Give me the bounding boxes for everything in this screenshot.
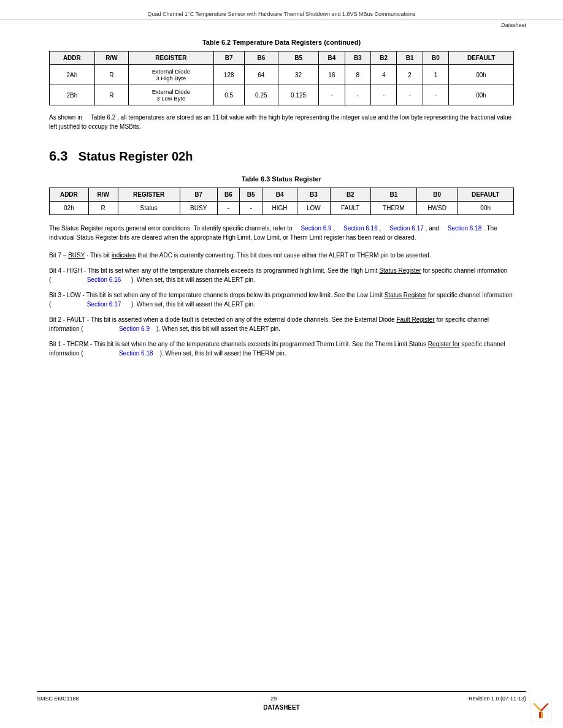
col2-b1: B1 [370,188,416,202]
section617-link-intro[interactable]: Section 6.17 [389,225,424,232]
bit1-register-underline: Register for [428,341,460,347]
as-shown-post: , all temperatures are stored as an 11-b… [49,114,511,130]
cell2-b7: BUSY [180,202,217,215]
section616-link-bit4[interactable]: Section 6.16 [87,276,121,283]
col2-addr: ADDR [50,188,89,202]
section-title: Status Register 02h [79,150,193,164]
footer-content: SMSC EMC1188 29 Revision 1.0 (07-11-13) [37,696,526,702]
logo [530,700,552,722]
status-intro: The Status Register reports general erro… [49,224,514,242]
cell-default: 00h [449,85,514,105]
table-row: 2Bh R External Diode3 Low Byte 0.5 0.25 … [50,85,514,105]
bit7-label: BUSY [68,252,85,259]
cell-b2: - [370,85,396,105]
page: Quad Channel 1°C Temperature Sensor with… [0,0,563,728]
table1-header-row: ADDR R/W REGISTER B7 B6 B5 B4 B3 B2 B1 B… [50,51,514,65]
col2-rw: R/W [88,188,118,202]
cell-b7: 128 [213,65,244,85]
cell2-addr: 02h [50,202,89,215]
cell-b1: - [397,85,423,105]
col-b1: B1 [397,51,423,65]
svg-marker-3 [539,712,541,718]
footer-divider [37,691,526,692]
cell-b3: - [345,85,370,105]
cell-addr: 2Bh [50,85,95,105]
table2-title: Table 6.3 Status Register [49,175,514,183]
table62-link[interactable]: Table 6.2 [91,114,116,121]
bit7-indicates: indicates [112,252,136,259]
cell2-b4: HIGH [262,202,297,215]
status-intro-comma2: , [380,225,381,232]
footer-left: SMSC EMC1188 [37,696,79,702]
col-addr: ADDR [50,51,95,65]
col-register: REGISTER [129,51,214,65]
cell-rw: R [94,85,128,105]
section618-link-bit1[interactable]: Section 6.18 [119,350,153,357]
col2-default: DEFAULT [458,188,514,202]
col-b6: B6 [244,51,278,65]
table1-title: Table 6.2 Temperature Data Registers (co… [49,39,514,46]
cell-default: 00h [449,65,514,85]
col2-b6: B6 [217,188,240,202]
col-b3: B3 [345,51,370,65]
cell2-b5: - [240,202,262,215]
cell-b0: 1 [423,65,448,85]
header-text: Quad Channel 1°C Temperature Sensor with… [148,11,416,17]
table-row: 2Ah R External Diode3 High Byte 128 64 3… [50,65,514,85]
cell-rw: R [94,65,128,85]
col2-register: REGISTER [118,188,180,202]
section616-link-intro[interactable]: Section 6.16 [343,225,378,232]
main-content: Table 6.2 Temperature Data Registers (co… [0,20,563,389]
col2-b0: B0 [416,188,458,202]
cell2-rw: R [88,202,118,215]
cell-addr: 2Ah [50,65,95,85]
cell2-b2: FAULT [330,202,370,215]
logo-icon [530,700,552,722]
section-number: 6.3 [49,148,68,164]
cell-b3: 8 [345,65,370,85]
cell-b0: - [423,85,448,105]
cell-register: External Diode3 High Byte [129,65,214,85]
footer-center: 29 [270,696,277,702]
table2: ADDR R/W REGISTER B7 B6 B5 B4 B3 B2 B1 B… [49,188,514,215]
as-shown-paragraph: As shown in Table 6.2 , all temperatures… [49,113,514,131]
cell-b2: 4 [370,65,396,85]
bit7-description: Bit 7 – BUSY - This bit indicates that t… [49,251,514,260]
status-intro-and: , and [426,225,439,232]
col-b7: B7 [213,51,244,65]
cell-b5: 32 [278,65,319,85]
datasheet-label: Datasheet [501,22,526,28]
as-shown-pre: As shown in [49,114,82,121]
col-rw: R/W [94,51,128,65]
cell-b1: 2 [397,65,423,85]
bit2-fault-underline: Fault Register [396,316,434,323]
cell2-default: 00h [458,202,514,215]
cell-b6: 64 [244,65,278,85]
col-default: DEFAULT [449,51,514,65]
cell2-register: Status [118,202,180,215]
bit2-description: Bit 2 - FAULT - This bit is asserted whe… [49,315,514,333]
col2-b2: B2 [330,188,370,202]
section69-link-bit2[interactable]: Section 6.9 [119,325,150,332]
cell2-b0: HWSD [416,202,458,215]
cell-b4: - [319,85,345,105]
table2-header-row: ADDR R/W REGISTER B7 B6 B5 B4 B3 B2 B1 B… [50,188,514,202]
cell2-b3: LOW [297,202,330,215]
col2-b7: B7 [180,188,217,202]
table-row: 02h R Status BUSY - - HIGH LOW FAULT THE… [50,202,514,215]
col-b5: B5 [278,51,319,65]
cell2-b6: - [217,202,240,215]
footer-bottom: DATASHEET [37,704,526,711]
header-title: Quad Channel 1°C Temperature Sensor with… [0,0,563,20]
section69-link-intro[interactable]: Section 6.9 [301,225,332,232]
section617-link-bit3[interactable]: Section 6.17 [87,301,121,308]
bit1-description: Bit 1 - THERM - This bit is set when the… [49,339,514,358]
col2-b4: B4 [262,188,297,202]
section-header: 6.3 Status Register 02h [49,148,514,164]
col-b0: B0 [423,51,448,65]
footer-right: Revision 1.0 (07-11-13) [469,696,526,702]
bit3-description: Bit 3 - LOW - This bit is set when any o… [49,290,514,309]
cell-b4: 16 [319,65,345,85]
col-b4: B4 [319,51,345,65]
section618-link-intro[interactable]: Section 6.18 [448,225,482,232]
